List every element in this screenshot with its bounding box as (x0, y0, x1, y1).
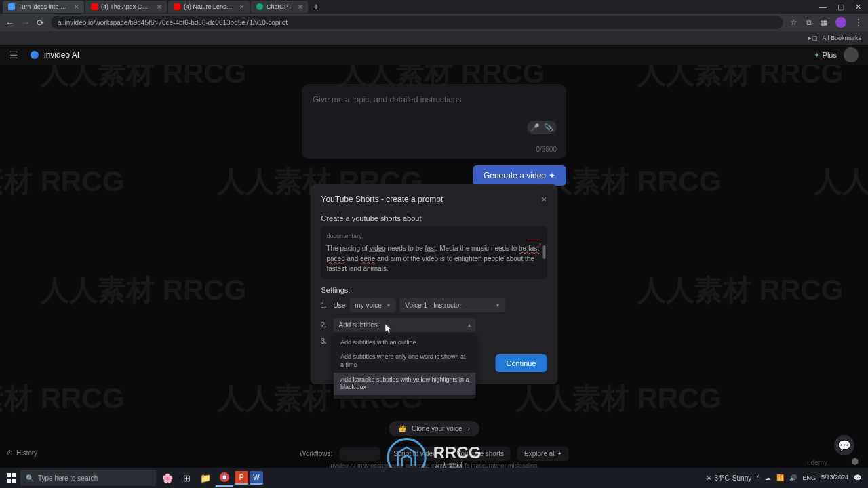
forward-icon[interactable]: → (21, 18, 30, 28)
hamburger-icon[interactable]: ☰ (9, 49, 18, 60)
use-label: Use (334, 302, 346, 309)
social-icons: ⬢ (846, 456, 859, 466)
youtube-shorts-modal: YouTube Shorts - create a prompt × Creat… (311, 184, 558, 384)
powerpoint-icon[interactable]: P (235, 471, 248, 485)
tab-close-icon[interactable]: × (298, 3, 302, 11)
onedrive-icon[interactable]: ☁ (765, 474, 771, 481)
dropdown-option[interactable]: Add karaoke subtitles - use yellow (#f8e… (334, 395, 476, 399)
browser-urlbar: ← → ⟳ ai.invideo.io/workspace/b9d45f6f-7… (0, 14, 868, 31)
windows-taskbar: 🔍 Type here to search 🌸 ⊞ 📁 P W ☀ 34°C S… (0, 468, 868, 488)
svg-point-6 (223, 476, 226, 479)
chevron-down-icon: ▾ (387, 302, 390, 308)
language-icon[interactable]: ENG (802, 474, 816, 481)
generate-label: Generate a video (484, 171, 546, 180)
tab-close-icon[interactable]: × (240, 3, 244, 11)
favicon-icon (174, 3, 180, 10)
app-header: ☰ invideo AI ✦ Plus (0, 45, 868, 65)
plus-badge[interactable]: ✦ Plus (814, 51, 837, 60)
browser-titlebar: Turn ideas into videos | AI vide × (4) T… (0, 0, 868, 14)
discord-icon[interactable]: ⬢ (851, 456, 859, 466)
minimize-icon[interactable]: — (819, 3, 827, 12)
all-bookmarks-link[interactable]: All Bookmarks (822, 35, 861, 41)
browser-tab-active[interactable]: Turn ideas into videos | AI vide × (3, 1, 84, 13)
system-tray: ☀ 34°C Sunny ^ ☁ 📶 🔊 ENG 5/13/2024 💬 (706, 474, 866, 482)
folder-icon: ▸▢ (808, 35, 818, 41)
scrollbar[interactable] (543, 245, 546, 259)
app-name: invideo AI (44, 50, 79, 60)
file-explorer-icon[interactable]: 📁 (197, 469, 214, 487)
row-number: 2. (321, 321, 330, 329)
sparkle-icon: ✦ (549, 171, 555, 180)
dropdown-option[interactable]: Add subtitles with an outline (334, 336, 476, 350)
volume-icon[interactable]: 🔊 (789, 474, 797, 481)
search-placeholder: Type here to search (38, 474, 98, 482)
maximize-icon[interactable]: ▢ (837, 3, 844, 12)
tab-close-icon[interactable]: × (157, 3, 161, 11)
grammar-flag-icon[interactable] (532, 239, 540, 245)
modal-subtitle: Create a youtube shorts about (321, 214, 547, 222)
menu-dots-icon[interactable]: ⋮ (854, 18, 863, 27)
udemy-watermark: udemy (807, 459, 827, 466)
taskbar-search[interactable]: 🔍 Type here to search (20, 470, 156, 486)
chevron-up-icon: ▴ (468, 322, 471, 328)
prompt-input-box[interactable]: Give me a topic, and detailed instructio… (302, 84, 566, 159)
voice-select-dropdown[interactable]: Voice 1 - Instructor ▾ (399, 298, 505, 312)
profile-avatar-icon[interactable] (835, 17, 846, 28)
tab-title: ChatGPT (267, 3, 292, 10)
plus-label: Plus (823, 51, 837, 59)
attach-icon[interactable]: 📎 (543, 122, 554, 133)
generate-video-button[interactable]: Generate a video ✦ (473, 165, 566, 186)
dropdown-option[interactable]: Add subtitles where only one word is sho… (334, 350, 476, 372)
url-text: ai.invideo.io/workspace/b9d45f6f-70ce-4b… (58, 19, 288, 26)
char-count: 0/3600 (536, 146, 557, 153)
tab-title: (4) Nature Lens - YouTube (184, 3, 234, 10)
new-tab-button[interactable]: + (309, 1, 323, 12)
sparkle-icon: ✦ (814, 51, 820, 60)
word-icon[interactable]: W (250, 471, 263, 485)
tab-close-icon[interactable]: × (75, 3, 79, 11)
favicon-icon (256, 3, 263, 10)
row-number: 1. (321, 302, 330, 309)
dropdown-option[interactable]: Add karaoke subtitles with yellow highli… (334, 373, 476, 395)
weather-temp: 34°C (715, 474, 730, 482)
task-view-icon[interactable]: ⊞ (178, 469, 195, 487)
extension-icon[interactable]: ⧉ (806, 18, 812, 27)
modal-textarea[interactable]: documentary. The pacing of video needs t… (321, 226, 547, 279)
settings-row-2: 2. Add subtitles ▴ Add subtitles with an… (321, 318, 547, 332)
voice-source-dropdown[interactable]: my voice ▾ (349, 298, 395, 312)
browser-tab[interactable]: (4) The Apex Canines - YouTub × (85, 1, 167, 13)
user-avatar-icon[interactable] (844, 47, 859, 62)
row-number: 3. (321, 338, 330, 345)
search-icon: 🔍 (26, 474, 34, 482)
favicon-icon (8, 3, 15, 10)
sun-icon: ☀ (706, 474, 712, 482)
back-icon[interactable]: ← (5, 18, 14, 28)
close-icon[interactable]: ✕ (855, 3, 861, 12)
chevron-down-icon: ▾ (496, 302, 499, 308)
tray-chevron-icon[interactable]: ^ (757, 474, 760, 481)
chrome-icon[interactable] (216, 469, 233, 487)
start-button[interactable] (3, 469, 20, 487)
subtitles-dropdown[interactable]: Add subtitles ▴ (334, 318, 476, 332)
tab-title: (4) The Apex Canines - YouTub (101, 3, 151, 10)
browser-tab[interactable]: ChatGPT × (251, 1, 308, 13)
modal-close-icon[interactable]: × (541, 194, 547, 205)
tray-date[interactable]: 5/13/2024 (821, 474, 848, 481)
app-logo[interactable]: invideo AI (31, 50, 79, 60)
modal-title: YouTube Shorts - create a prompt (321, 195, 443, 204)
notification-icon[interactable]: 💬 (854, 474, 861, 481)
network-icon[interactable]: 📶 (776, 474, 784, 481)
continue-button[interactable]: Continue (495, 354, 547, 372)
weather-widget[interactable]: ☀ 34°C Sunny (706, 474, 752, 482)
reload-icon[interactable]: ⟳ (37, 18, 44, 28)
browser-tab[interactable]: (4) Nature Lens - YouTube × (168, 1, 250, 13)
prompt-tools: 🎤 📎 (527, 121, 557, 134)
cortana-icon[interactable]: 🌸 (159, 469, 176, 487)
star-icon[interactable]: ☆ (790, 18, 797, 27)
mic-icon[interactable]: 🎤 (530, 122, 540, 133)
weather-cond: Sunny (732, 474, 751, 482)
devtools-icon[interactable]: ▦ (820, 18, 827, 27)
window-controls: — ▢ ✕ (819, 3, 865, 12)
url-input[interactable]: ai.invideo.io/workspace/b9d45f6f-70ce-4b… (51, 16, 783, 29)
bookmarks-bar: ▸▢ All Bookmarks (0, 31, 868, 45)
